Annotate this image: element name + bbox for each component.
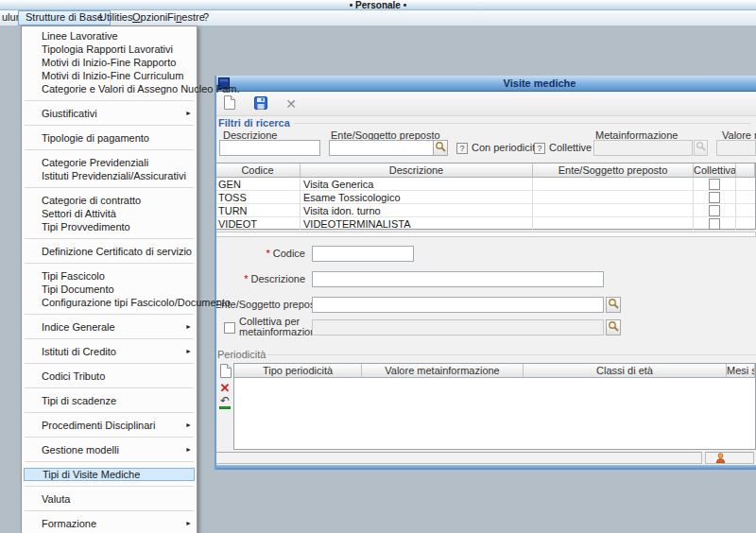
menu-item-categorie-di-contratto[interactable]: Categorie di contratto <box>22 194 197 207</box>
menu-separator <box>22 481 197 492</box>
row-collettiva-checkbox[interactable] <box>709 179 720 190</box>
periodicita-add-row-button[interactable] <box>216 364 233 379</box>
menubar-item-help[interactable]: ? <box>197 10 215 26</box>
window-bottom-border <box>215 465 756 470</box>
close-button[interactable]: ✕ <box>280 95 302 113</box>
menu-item-label: Linee Lavorative <box>42 30 118 42</box>
menu-separator <box>22 383 197 394</box>
row-collettiva-checkbox[interactable] <box>709 205 720 216</box>
menu-separator <box>22 120 197 131</box>
cell-collettiva <box>694 217 736 231</box>
menu-item-gestione-modelli[interactable]: Gestione modelli► <box>22 443 197 456</box>
filter-ente-search-button[interactable] <box>433 140 448 156</box>
save-button[interactable] <box>249 95 272 113</box>
filter-metainformazione-search-button <box>694 140 708 156</box>
table-row[interactable]: GEN Visita Generica <box>215 178 755 191</box>
menu-item-giustificativi[interactable]: Giustificativi► <box>22 107 197 120</box>
cell-spacer <box>736 217 755 231</box>
column-header-mesi[interactable]: Mesi s <box>727 364 755 378</box>
column-header-classi-di-eta[interactable]: Classi di età <box>524 364 727 378</box>
menu-item-procedimenti-disciplinari[interactable]: Procedimenti Disciplinari► <box>22 419 197 432</box>
periodicita-empty-area <box>234 378 755 449</box>
new-document-icon <box>223 95 235 110</box>
form-ente-input[interactable] <box>312 297 604 313</box>
filter-valore-meta-input <box>716 140 756 156</box>
form-collettiva-checkbox[interactable] <box>224 322 235 334</box>
table-row[interactable]: VIDEOT VIDEOTERMINALISTA <box>215 217 755 231</box>
menu-item-istituti-di-credito[interactable]: Istituti di Credito► <box>22 345 197 358</box>
form-codice-input[interactable] <box>312 246 414 262</box>
column-header-codice[interactable]: Codice <box>215 163 301 178</box>
menu-item-label: Tipi Provvedimento <box>42 221 130 232</box>
user-icon <box>715 453 726 463</box>
periodicita-delete-row-button[interactable]: ✕ <box>216 380 233 395</box>
cell-codice: VIDEOT <box>215 217 301 231</box>
menu-item-codici-tributo[interactable]: Codici Tributo <box>22 370 197 383</box>
filter-descrizione-input[interactable] <box>219 140 320 156</box>
menu-item-settori-di-attivita[interactable]: Settori di Attività <box>22 207 197 220</box>
column-header-ente[interactable]: Ente/Soggetto preposto <box>533 163 694 178</box>
menu-item-linee-lavorative[interactable]: Linee Lavorative <box>22 29 197 43</box>
menu-separator <box>22 407 197 419</box>
row-collettiva-checkbox[interactable] <box>709 192 720 203</box>
filter-ente-input[interactable] <box>329 140 434 156</box>
menu-item-tipologie-di-pagamento[interactable]: Tipologie di pagamento <box>22 131 197 145</box>
row-collettiva-checkbox[interactable] <box>709 218 720 230</box>
menu-item-label: Giustificativi <box>42 108 97 119</box>
column-header-descrizione[interactable]: Descrizione <box>301 163 533 178</box>
form-metainformazione-search-button[interactable] <box>606 319 621 335</box>
window-titlebar[interactable]: Visite mediche <box>215 76 756 92</box>
menu-item-tipi-documento[interactable]: Tipi Documento <box>22 283 197 296</box>
menu-item-categorie-valori-assegno-nucleo-fam[interactable]: Categorie e Valori di Assegno Nucleo Fam… <box>22 82 197 95</box>
menu-item-motivi-inizio-fine-rapporto[interactable]: Motivi di Inizio-Fine Rapporto <box>22 56 197 69</box>
submenu-arrow-icon: ► <box>185 443 192 456</box>
menu-item-label: Tipi di scadenze <box>42 395 116 406</box>
form-descrizione-input[interactable] <box>312 271 604 287</box>
required-marker: * <box>244 273 248 284</box>
column-header-tipo-periodicita[interactable]: Tipo periodicità <box>234 364 362 378</box>
menu-separator <box>22 182 197 194</box>
form-descrizione-label: *Descrizione <box>215 273 305 284</box>
menu-item-indice-generale[interactable]: Indice Generale► <box>22 320 197 334</box>
column-header-valore-metainformazione[interactable]: Valore metainformazione <box>362 364 524 378</box>
menu-item-label: Procedimenti Disciplinari <box>42 420 155 431</box>
menu-item-motivi-inizio-fine-curriculum[interactable]: Motivi di Inizio-Fine Curriculum <box>22 69 197 82</box>
menu-item-tipi-di-visite-mediche[interactable]: Tipi di Visite Mediche <box>24 468 195 481</box>
form-ente-search-button[interactable] <box>606 297 621 313</box>
column-header-collettiva[interactable]: Collettiva <box>694 163 736 178</box>
cell-ente <box>533 178 694 191</box>
menubar-item-label: Fi <box>167 11 176 23</box>
strutture-di-base-menu: Linee Lavorative Tipologia Rapporti Lavo… <box>21 26 198 533</box>
submenu-arrow-icon: ► <box>185 517 192 530</box>
con-periodicita-checkbox[interactable]: ? <box>456 143 468 154</box>
cell-codice: GEN <box>215 178 301 191</box>
menu-item-definizione-certificato-di-servizio[interactable]: Definizione Certificato di servizio <box>22 245 197 258</box>
menu-item-label: Indice Generale <box>42 321 115 333</box>
filter-metainformazione-input <box>593 140 693 156</box>
horizontal-scrollbar[interactable] <box>215 232 756 237</box>
menu-item-tipi-provvedimento[interactable]: Tipi Provvedimento <box>22 220 197 233</box>
statusbar-message-panel <box>215 452 702 464</box>
menu-item-configurazione-tipi-fascicolo-documento[interactable]: Configurazione tipi Fascicolo/Documento <box>22 296 197 309</box>
menu-item-tipi-fascicolo[interactable]: Tipi Fascicolo <box>22 269 197 283</box>
cell-codice: TURN <box>215 204 301 217</box>
cell-collettiva <box>694 178 736 191</box>
menu-item-valuta[interactable]: Valuta <box>22 492 197 506</box>
new-record-button[interactable] <box>217 95 240 113</box>
menu-item-istituti-previdenziali-assicurativi[interactable]: Istituti Previdenziali/Assicurativi <box>22 169 197 182</box>
menu-item-tipi-di-scadenze[interactable]: Tipi di scadenze <box>22 394 197 407</box>
cell-spacer <box>736 191 755 204</box>
menu-separator <box>22 506 197 517</box>
table-row[interactable]: TOSS Esame Tossicologico <box>215 191 755 204</box>
menubar-item-label: ? <box>203 11 209 23</box>
menu-item-formazione[interactable]: Formazione► <box>22 517 197 530</box>
table-row[interactable]: TURN Visita idon. turno <box>215 204 755 217</box>
collettive-checkbox[interactable]: ? <box>534 143 545 154</box>
app-titlebar[interactable]: • Personale • <box>0 0 756 10</box>
menu-item-label: Istituti di Credito <box>42 346 116 357</box>
menu-item-categorie-previdenziali[interactable]: Categorie Previdenziali <box>22 156 197 169</box>
submenu-arrow-icon: ► <box>185 345 192 358</box>
submenu-arrow-icon: ► <box>185 320 192 334</box>
periodicita-undo-button[interactable]: ↶ <box>216 395 233 410</box>
menu-item-tipologia-rapporti-lavorativi[interactable]: Tipologia Rapporti Lavorativi <box>22 43 197 56</box>
